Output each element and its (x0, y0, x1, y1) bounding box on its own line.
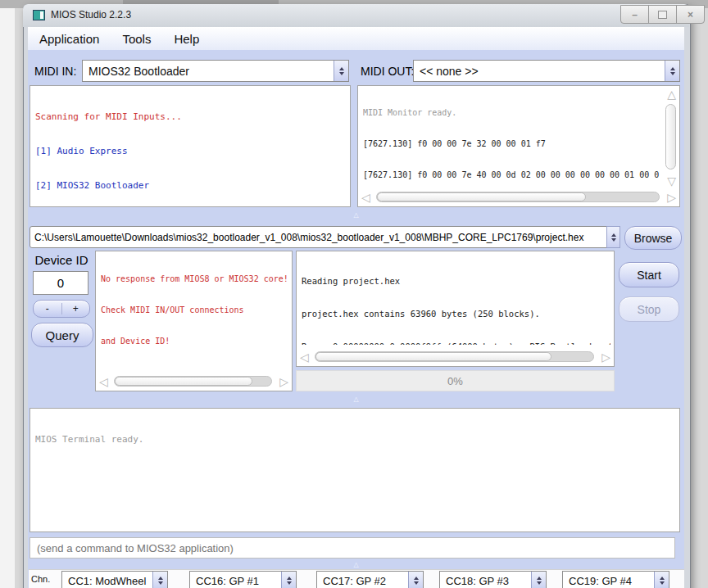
midi-out-selected: << none >> (414, 65, 665, 78)
midi-out-select[interactable]: << none >> (413, 60, 680, 82)
cc-spinner[interactable] (408, 572, 423, 588)
scrollbar-thumb[interactable] (115, 377, 252, 386)
scroll-left-icon[interactable]: ◁ (300, 351, 309, 363)
spinner-up-icon (670, 67, 675, 70)
scrollbar-thumb[interactable] (377, 192, 586, 201)
device-id-label: Device ID (33, 253, 90, 267)
vertical-scrollbar-thumb[interactable] (665, 104, 676, 170)
spinner-down-icon (287, 581, 292, 585)
device-id-minus-button[interactable]: - (34, 303, 62, 314)
spinner-up-icon (158, 577, 163, 580)
minimize-icon: – (632, 9, 638, 20)
cc-select-3[interactable]: CC17: GP #2 (316, 571, 424, 588)
midi-in-spinner[interactable] (334, 61, 348, 81)
horizontal-scrollbar[interactable]: ◁ ▷ (360, 190, 678, 205)
upload-log-panel: Reading project.hex project.hex contains… (296, 251, 615, 367)
cc-selected: CC16: GP #1 (190, 575, 281, 587)
device-id-plus-button[interactable]: + (62, 303, 90, 314)
cc-select-5[interactable]: CC19: GP #4 (562, 571, 669, 588)
splitter-grip-icon: △ (353, 562, 358, 568)
maximize-button[interactable] (648, 5, 677, 24)
menu-bar: Application Tools Help (28, 27, 684, 51)
spinner-up-icon (537, 577, 542, 580)
terminal-log: MIOS Terminal ready. (35, 412, 676, 528)
spinner-down-icon (414, 581, 419, 585)
scrollbar-track[interactable] (315, 351, 594, 362)
log-line: [7627.130] f0 00 00 7e 32 00 00 01 f7 (363, 138, 661, 151)
device-id-input[interactable] (33, 271, 88, 295)
cc-select-2[interactable]: CC16: GP #1 (189, 571, 297, 588)
app-icon (33, 10, 45, 20)
stop-button[interactable]: Stop (619, 296, 679, 322)
spinner-down-icon (158, 581, 163, 585)
midi-in-monitor: Scanning for MIDI Inputs... [1] Audio Ex… (30, 85, 351, 207)
cc-select-4[interactable]: CC18: GP #3 (439, 571, 547, 588)
device-id-stepper: - + (33, 300, 90, 318)
device-status-panel: No response from MIOS8 or MIOS32 core! C… (95, 251, 293, 391)
close-button[interactable]: × (676, 5, 705, 24)
cc-selected: CC17: GP #2 (317, 575, 408, 587)
log-line: [7627.130] f0 00 00 7e 40 00 0d 02 00 00… (363, 169, 661, 182)
cc-spinner[interactable] (654, 572, 669, 588)
splitter[interactable]: △ (28, 393, 684, 406)
midi-out-spinner[interactable] (665, 61, 679, 81)
splitter[interactable]: △ (28, 209, 684, 222)
minimize-button[interactable]: – (620, 5, 649, 24)
menu-tools[interactable]: Tools (111, 32, 162, 46)
cc-spinner[interactable] (281, 572, 296, 588)
file-path-spinner[interactable] (606, 226, 620, 248)
horizontal-scrollbar[interactable]: ◁ ▷ (298, 350, 612, 364)
hex-file-path-input[interactable] (30, 226, 607, 248)
scrollbar-track[interactable] (376, 192, 660, 202)
cc-select-1[interactable]: CC1: ModWheel (61, 571, 168, 588)
scrollbar-thumb[interactable] (315, 352, 551, 361)
midi-out-label: MIDI OUT: (361, 65, 414, 78)
spinner-up-icon (287, 577, 292, 580)
log-line: Scanning for MIDI Inputs... (35, 111, 347, 124)
spinner-up-icon (660, 577, 665, 580)
desktop-left-strip (0, 8, 15, 588)
upload-progress-bar: 0% (296, 370, 615, 391)
log-line: Reading project.hex (302, 274, 610, 287)
scrollbar-track[interactable] (114, 376, 272, 387)
cc-selected: CC1: ModWheel (62, 575, 152, 587)
scroll-right-icon[interactable]: ▷ (667, 192, 676, 203)
scroll-right-icon[interactable]: ▷ (279, 376, 288, 387)
cc-selected: CC18: GP #3 (440, 575, 531, 587)
screen: MIOS Studio 2.2.3 – × Application Tools … (0, 0, 708, 588)
menu-application[interactable]: Application (28, 32, 111, 46)
horizontal-scrollbar[interactable]: ◁ ▷ (98, 374, 290, 389)
cc-spinner[interactable] (152, 572, 167, 588)
scroll-up-icon[interactable]: △ (667, 88, 676, 100)
query-button[interactable]: Query (31, 323, 93, 347)
scroll-right-icon[interactable]: ▷ (601, 351, 610, 363)
midi-in-select[interactable]: MIOS32 Bootloader (82, 60, 349, 82)
log-line: No response from MIOS8 or MIOS32 core! (101, 273, 288, 286)
scroll-left-icon[interactable]: ◁ (361, 192, 370, 203)
log-line: [2] MIOS32 Bootloader (35, 179, 347, 192)
spinner-down-icon (670, 72, 675, 75)
midi-in-selected: MIOS32 Bootloader (83, 65, 334, 78)
cc-spinner[interactable] (531, 572, 546, 588)
spinner-up-icon (611, 233, 616, 237)
midi-in-log: Scanning for MIDI Inputs... [1] Audio Ex… (35, 89, 347, 203)
spinner-down-icon (339, 72, 344, 75)
window-title: MIOS Studio 2.2.3 (51, 9, 131, 20)
scroll-left-icon[interactable]: ◁ (99, 376, 108, 387)
close-icon: × (688, 9, 693, 20)
log-line: Check MIDI IN/OUT connections (101, 304, 288, 317)
start-button[interactable]: Start (619, 262, 679, 287)
spinner-down-icon (611, 238, 616, 242)
channel-label: Chn. (31, 574, 50, 584)
log-line: project.hex contains 63960 bytes (250 bl… (302, 307, 610, 320)
browse-button[interactable]: Browse (624, 226, 682, 250)
terminal-command-input[interactable] (30, 537, 675, 559)
log-line: MIDI Monitor ready. (363, 106, 661, 120)
spinner-up-icon (339, 67, 344, 70)
scroll-down-icon[interactable]: ▽ (667, 175, 676, 187)
log-line: [1] Audio Express (35, 145, 347, 158)
maximize-icon (658, 11, 667, 19)
window-controls: – × (621, 5, 705, 24)
menu-help[interactable]: Help (162, 32, 211, 46)
midi-out-monitor: MIDI Monitor ready. [7627.130] f0 00 00 … (357, 85, 680, 207)
